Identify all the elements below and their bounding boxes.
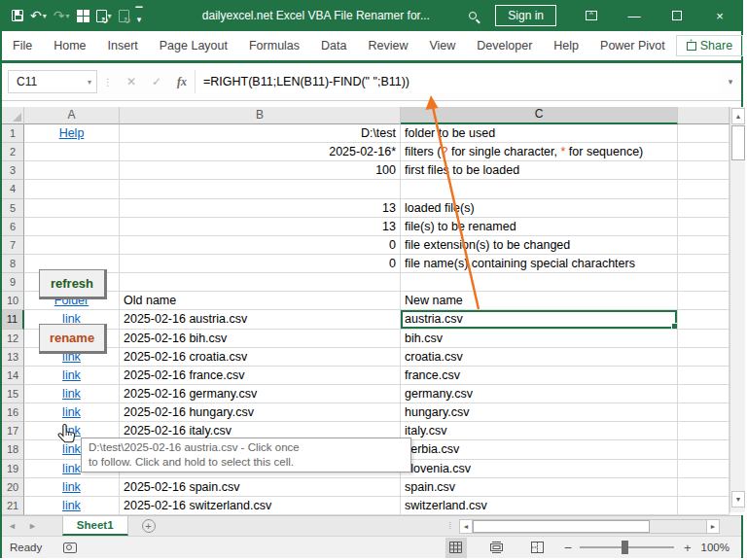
cell-b20[interactable]: 2025-02-16 spain.csv — [120, 478, 401, 497]
row-header-10[interactable]: 10 — [2, 292, 24, 310]
ribbon-display-options-icon[interactable] — [570, 0, 613, 31]
row-header-6[interactable]: 6 — [2, 218, 24, 236]
cell-d12[interactable] — [678, 330, 729, 348]
row-header-17[interactable]: 17 — [2, 422, 24, 440]
rename-button[interactable]: rename — [39, 324, 107, 354]
vertical-scrollbar[interactable]: ▲ ▼ — [729, 107, 745, 512]
row-header-7[interactable]: 7 — [2, 236, 24, 255]
ribbon-tab-insert[interactable]: Insert — [97, 32, 149, 59]
cell-a16[interactable]: link — [24, 403, 120, 422]
cell-c17[interactable]: italy.csv — [401, 422, 678, 440]
row-header-16[interactable]: 16 — [2, 403, 24, 422]
cell-c10[interactable]: New name — [401, 292, 678, 310]
ribbon-tab-developer[interactable]: Developer — [466, 32, 543, 59]
column-header-c[interactable]: C — [401, 107, 678, 124]
ribbon-tab-home[interactable]: Home — [43, 32, 96, 59]
cell-c5[interactable]: loaded file(s) — [401, 199, 678, 218]
undo-icon[interactable]: ↶▾ — [30, 8, 47, 23]
view-grid-icon[interactable] — [77, 10, 89, 22]
ribbon-tab-power-pivot[interactable]: Power Pivot — [589, 32, 676, 59]
refresh-document-icon[interactable]: ▾ — [96, 10, 112, 22]
cell-c21[interactable]: switzerland.csv — [401, 497, 678, 515]
cell-c11[interactable]: austria.csv — [401, 310, 678, 329]
row-header-21[interactable]: 21 — [2, 497, 24, 515]
cell-b13[interactable]: 2025-02-16 croatia.csv — [120, 348, 401, 367]
name-box-dropdown-icon[interactable]: ▾ — [88, 78, 96, 87]
cell-a7[interactable] — [24, 236, 120, 255]
cell-b2[interactable]: 2025-02-16* — [120, 143, 401, 161]
cell-b5[interactable]: 13 — [120, 199, 401, 218]
horizontal-scrollbar-thumb[interactable] — [473, 520, 650, 533]
cell-b9[interactable] — [120, 273, 401, 292]
cell-c8[interactable]: file name(s) containing special characht… — [401, 255, 678, 273]
expand-formula-bar-icon[interactable]: ▾ — [720, 77, 741, 87]
ribbon-tab-page-layout[interactable]: Page Layout — [149, 32, 238, 59]
new-sheet-icon[interactable]: + — [142, 519, 156, 533]
zoom-in-icon[interactable]: + — [674, 541, 701, 555]
scroll-down-icon[interactable]: ▼ — [731, 491, 745, 508]
normal-view-icon[interactable] — [445, 538, 467, 558]
cell-a15[interactable]: link — [24, 385, 120, 403]
sign-in-button[interactable]: Sign in — [495, 5, 556, 26]
macro-record-icon[interactable] — [63, 542, 77, 553]
refresh-button[interactable]: refresh — [39, 269, 107, 299]
cell-c2[interactable]: filters (? for single character, * for s… — [401, 143, 678, 161]
row-header-15[interactable]: 15 — [2, 385, 24, 403]
name-box[interactable]: C11 ▾ — [8, 70, 97, 93]
column-header-a[interactable]: A — [24, 107, 120, 124]
minimize-button[interactable]: — — [613, 0, 656, 31]
sheet-nav-right-icon[interactable]: ► — [22, 516, 43, 536]
cell-a6[interactable] — [24, 218, 120, 236]
cell-b10[interactable]: Old name — [120, 292, 401, 310]
cell-b11[interactable]: 2025-02-16 austria.csv — [120, 310, 401, 329]
search-icon[interactable] — [460, 12, 485, 19]
cell-b15[interactable]: 2025-02-16 germany.csv — [120, 385, 401, 403]
scroll-up-icon[interactable]: ▲ — [731, 108, 745, 124]
row-header-13[interactable]: 13 — [2, 348, 24, 367]
column-header-d[interactable] — [678, 107, 729, 124]
cell-a14[interactable]: link — [24, 367, 120, 385]
cell-d6[interactable] — [678, 218, 729, 236]
cell-c9[interactable] — [401, 273, 678, 292]
vertical-scrollbar-thumb[interactable] — [731, 125, 745, 160]
row-header-5[interactable]: 5 — [2, 199, 24, 218]
cell-c7[interactable]: file extension(s) to be changed — [401, 236, 678, 255]
cell-a4[interactable] — [24, 180, 120, 198]
cell-b7[interactable]: 0 — [120, 236, 401, 255]
cell-d4[interactable] — [678, 180, 729, 198]
cell-c12[interactable]: bih.csv — [401, 330, 678, 348]
cell-b12[interactable]: 2025-02-16 bih.csv — [120, 330, 401, 348]
cell-b21[interactable]: 2025-02-16 switzerland.csv — [120, 497, 401, 515]
cell-c16[interactable]: hungary.csv — [401, 403, 678, 422]
cell-b4[interactable] — [120, 180, 401, 198]
cell-d7[interactable] — [678, 236, 729, 255]
column-header-b[interactable]: B — [120, 107, 401, 124]
cell-b6[interactable]: 13 — [120, 218, 401, 236]
cell-d9[interactable] — [678, 273, 729, 292]
row-header-20[interactable]: 20 — [2, 478, 24, 497]
cell-d17[interactable] — [678, 422, 729, 440]
row-header-4[interactable]: 4 — [2, 180, 24, 198]
cell-d21[interactable] — [678, 497, 729, 515]
ribbon-tab-formulas[interactable]: Formulas — [238, 32, 310, 59]
ribbon-tab-help[interactable]: Help — [543, 32, 589, 59]
cell-d14[interactable] — [678, 367, 729, 385]
cell-d1[interactable] — [678, 124, 729, 143]
maximize-button[interactable] — [656, 0, 698, 31]
cell-d20[interactable] — [678, 478, 729, 497]
page-break-view-icon[interactable] — [527, 538, 549, 558]
row-header-18[interactable]: 18 — [2, 440, 24, 459]
scroll-right-icon[interactable]: ► — [706, 519, 720, 534]
cell-c1[interactable]: folder to be used — [401, 124, 678, 143]
cell-c13[interactable]: croatia.csv — [401, 348, 678, 367]
cell-a3[interactable] — [24, 161, 120, 180]
cell-c19[interactable]: slovenia.csv — [401, 460, 678, 478]
select-all-button[interactable] — [2, 107, 24, 124]
cell-a1[interactable]: Help — [24, 124, 120, 143]
cell-c20[interactable]: spain.csv — [401, 478, 678, 497]
zoom-slider-handle[interactable] — [622, 541, 628, 554]
cell-b8[interactable]: 0 — [120, 255, 401, 273]
cell-d19[interactable] — [678, 460, 729, 478]
zoom-slider[interactable] — [580, 546, 674, 548]
cell-a5[interactable] — [24, 199, 120, 218]
